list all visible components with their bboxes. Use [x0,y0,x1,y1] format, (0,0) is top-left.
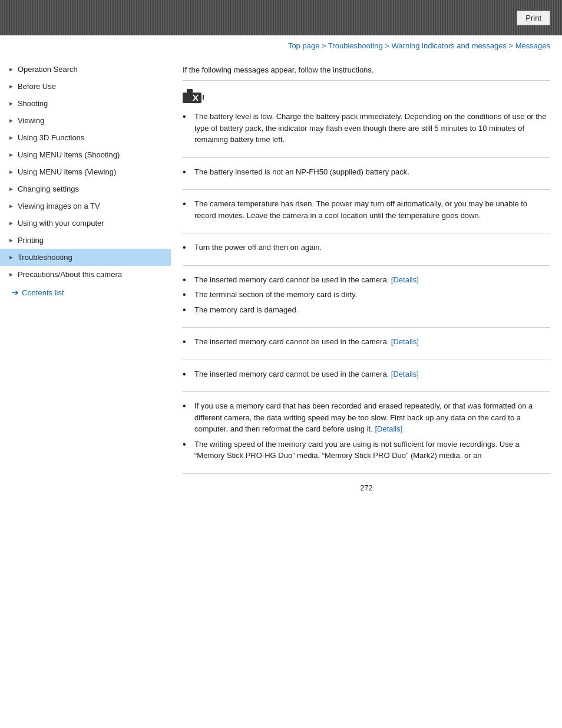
sidebar-item-precautions[interactable]: ► Precautions/About this camera [0,266,171,283]
sidebar-item-before-use[interactable]: ► Before Use [0,78,171,95]
sidebar-item-label: Using 3D Functions [18,133,165,142]
main-content: If the following messages appear, follow… [171,55,562,506]
bullet-text: Turn the power off and then on again. [194,242,322,253]
details-link[interactable]: [Details] [391,370,419,378]
sidebar-item-menu-viewing[interactable]: ► Using MENU items (Viewing) [0,163,171,180]
breadcrumb-sep1: > [322,41,328,50]
bullet-dot: • [183,290,191,299]
bullet-list: • The inserted memory card cannot be use… [183,274,550,316]
bullet-text: The inserted memory card cannot be used … [194,274,419,286]
layout: ► Operation Search ► Before Use ► Shooti… [0,55,562,506]
sidebar-item-label: Troubleshooting [18,253,165,262]
battery-camera-icon [183,89,204,104]
sidebar-item-changing-settings[interactable]: ► Changing settings [0,180,171,197]
bullet-text: If you use a memory card that has been r… [194,400,550,435]
arrow-icon: ► [8,151,14,158]
sidebar-item-menu-shooting[interactable]: ► Using MENU items (Shooting) [0,146,171,163]
arrow-icon: ► [8,203,14,209]
arrow-icon: ► [8,220,14,226]
sidebar-item-label: Printing [18,236,165,245]
section-temperature: • The camera temperature has risen. The … [183,190,550,233]
section-memory-card-3: • The inserted memory card cannot be use… [183,360,550,393]
sidebar-item-computer[interactable]: ► Using with your computer [0,215,171,232]
svg-rect-0 [183,93,201,103]
bullet-list: • The battery inserted is not an NP-FH50… [183,166,550,178]
list-item: • The inserted memory card cannot be use… [183,336,550,348]
arrow-icon: ► [8,186,14,192]
page-number: 272 [183,474,550,495]
bullet-dot: • [183,167,191,177]
bullet-list: • The inserted memory card cannot be use… [183,368,550,380]
contents-list-label: Contents list [22,288,64,297]
bullet-text: The terminal section of the memory card … [194,289,357,301]
details-link[interactable]: [Details] [391,275,419,284]
breadcrumb-sep2: > [385,41,391,50]
sidebar-item-3d-functions[interactable]: ► Using 3D Functions [0,129,171,146]
bullet-list: • The inserted memory card cannot be use… [183,336,550,348]
sidebar-item-printing[interactable]: ► Printing [0,232,171,249]
list-item: • Turn the power off and then on again. [183,242,550,253]
bullet-dot: • [183,112,191,121]
list-item: • The memory card is damaged. [183,304,550,316]
sidebar-item-viewing[interactable]: ► Viewing [0,112,171,129]
intro-text: If the following messages appear, follow… [183,55,550,81]
section-memory-card-1: • The inserted memory card cannot be use… [183,266,550,328]
section-write-speed: • If you use a memory card that has been… [183,392,550,474]
arrow-icon: ► [8,169,14,175]
sidebar-item-viewing-tv[interactable]: ► Viewing images on a TV [0,197,171,215]
bullet-list: • The camera temperature has risen. The … [183,198,550,221]
print-button[interactable]: Print [517,11,550,25]
section-memory-card-2: • The inserted memory card cannot be use… [183,328,550,360]
list-item: • The camera temperature has risen. The … [183,198,550,221]
bullet-text: The inserted memory card cannot be used … [194,336,419,348]
sidebar-item-label: Before Use [18,82,165,91]
sidebar-item-label: Precautions/About this camera [18,270,165,279]
arrow-icon: ► [8,254,14,261]
details-link[interactable]: [Details] [391,337,419,346]
contents-list-link[interactable]: ➔ Contents list [0,283,171,302]
battery-icon-area [183,89,550,106]
sidebar-item-shooting[interactable]: ► Shooting [0,95,171,112]
breadcrumb-warning[interactable]: Warning indicators and messages [392,41,507,50]
arrow-right-icon: ➔ [12,288,19,297]
list-item: • The inserted memory card cannot be use… [183,274,550,286]
breadcrumb-top[interactable]: Top page [288,41,320,50]
list-item: • If you use a memory card that has been… [183,400,550,435]
bullet-dot: • [183,275,191,285]
bullet-dot: • [183,440,191,449]
bullet-text: The battery level is low. Charge the bat… [194,111,550,146]
breadcrumb-troubleshooting[interactable]: Troubleshooting [328,41,383,50]
bullet-dot: • [183,370,191,379]
breadcrumb-messages[interactable]: Messages [515,41,550,50]
sidebar-item-label: Viewing [18,116,165,125]
sidebar-item-operation-search[interactable]: ► Operation Search [0,61,171,78]
bullet-dot: • [183,401,191,411]
sidebar-item-label: Changing settings [18,185,165,193]
bullet-text: The writing speed of the memory card you… [194,439,550,462]
bullet-list: • If you use a memory card that has been… [183,400,550,462]
list-item: • The writing speed of the memory card y… [183,439,550,462]
sidebar-item-label: Viewing images on a TV [18,202,165,210]
list-item: • The inserted memory card cannot be use… [183,368,550,380]
sidebar: ► Operation Search ► Before Use ► Shooti… [0,55,171,506]
list-item: • The battery level is low. Charge the b… [183,111,550,146]
sidebar-item-label: Using MENU items (Shooting) [18,150,165,159]
list-item: • The battery inserted is not an NP-FH50… [183,166,550,178]
bullet-dot: • [183,243,191,252]
bullet-text: The inserted memory card cannot be used … [194,368,419,380]
arrow-icon: ► [8,66,14,73]
breadcrumb-sep3: > [509,41,515,50]
sidebar-item-label: Using MENU items (Viewing) [18,167,165,176]
sidebar-item-troubleshooting[interactable]: ► Troubleshooting [0,249,171,266]
bullet-text: The camera temperature has risen. The po… [194,198,550,221]
sidebar-item-label: Using with your computer [18,219,165,228]
details-link[interactable]: [Details] [375,424,402,433]
sidebar-item-label: Operation Search [18,65,165,74]
arrow-icon: ► [8,237,14,243]
arrow-icon: ► [8,100,14,107]
section-battery-type: • The battery inserted is not an NP-FH50… [183,158,550,190]
breadcrumb: Top page > Troubleshooting > Warning ind… [0,35,562,55]
arrow-icon: ► [8,117,14,124]
section-battery-low: • The battery level is low. Charge the b… [183,81,550,158]
bullet-list: • The battery level is low. Charge the b… [183,111,550,146]
